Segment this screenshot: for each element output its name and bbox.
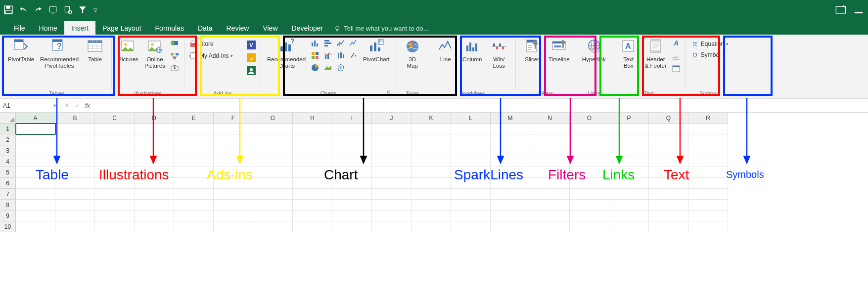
cell[interactable]	[451, 211, 491, 221]
cell[interactable]	[55, 211, 95, 221]
cell[interactable]	[372, 167, 411, 178]
tab-review[interactable]: Review	[220, 21, 256, 35]
cell[interactable]	[16, 200, 55, 211]
store-button[interactable]: Store	[188, 40, 215, 48]
cell[interactable]	[174, 189, 214, 200]
cell[interactable]	[293, 211, 332, 221]
line-chart-icon[interactable]	[348, 38, 359, 48]
tab-formulas[interactable]: Formulas	[148, 21, 191, 35]
cell[interactable]	[135, 200, 174, 211]
cell[interactable]	[253, 124, 293, 134]
cell[interactable]	[411, 211, 451, 221]
cell[interactable]	[135, 211, 174, 221]
tab-file[interactable]: File	[7, 21, 32, 35]
cell[interactable]	[372, 156, 411, 167]
formula-input[interactable]	[95, 99, 868, 112]
cell[interactable]	[372, 211, 411, 221]
cell[interactable]	[688, 221, 728, 232]
save-icon[interactable]	[4, 5, 13, 14]
col-header[interactable]: R	[688, 113, 728, 124]
header-footer-button[interactable]: Header & Footer	[643, 38, 669, 70]
cell[interactable]	[609, 200, 649, 211]
cell[interactable]	[55, 156, 95, 167]
cell[interactable]	[688, 189, 728, 200]
shapes-icon[interactable]	[169, 38, 180, 48]
visio-addin-icon[interactable]: V	[246, 40, 257, 50]
cell[interactable]	[174, 211, 214, 221]
recommended-charts-button[interactable]: ? Recommended Charts	[265, 38, 308, 70]
col-header[interactable]: J	[372, 113, 411, 124]
cell[interactable]	[95, 211, 135, 221]
smartart-icon[interactable]	[169, 50, 180, 61]
row-header[interactable]: 8	[0, 200, 16, 211]
cell[interactable]	[530, 124, 570, 134]
cell[interactable]	[16, 211, 55, 221]
statistic-chart-icon[interactable]	[335, 50, 346, 61]
cell[interactable]	[293, 156, 332, 167]
timeline-button[interactable]: Timeline	[547, 38, 572, 64]
row-header[interactable]: 7	[0, 189, 16, 200]
cell[interactable]	[253, 156, 293, 167]
cell[interactable]	[55, 134, 95, 145]
cell[interactable]	[411, 167, 451, 178]
sparkline-column-button[interactable]: Column	[460, 38, 485, 64]
bar-chart-icon[interactable]	[322, 38, 333, 48]
cell[interactable]	[649, 156, 688, 167]
cell[interactable]	[649, 200, 688, 211]
cell[interactable]	[570, 200, 609, 211]
row-header[interactable]: 2	[0, 134, 16, 145]
cell[interactable]	[451, 134, 491, 145]
cell[interactable]	[174, 156, 214, 167]
cell[interactable]	[570, 189, 609, 200]
cell[interactable]	[55, 221, 95, 232]
cell[interactable]	[253, 145, 293, 156]
row-header[interactable]: 4	[0, 156, 16, 167]
stock-chart-icon[interactable]	[335, 38, 346, 48]
cell[interactable]	[688, 156, 728, 167]
cell[interactable]	[214, 211, 253, 221]
cell[interactable]	[55, 189, 95, 200]
cell[interactable]	[95, 189, 135, 200]
cell[interactable]	[372, 124, 411, 134]
cell[interactable]	[55, 145, 95, 156]
col-header[interactable]: D	[135, 113, 174, 124]
col-header[interactable]: C	[95, 113, 135, 124]
cell[interactable]	[530, 211, 570, 221]
cell[interactable]	[214, 145, 253, 156]
cell[interactable]	[332, 200, 372, 211]
cell[interactable]	[451, 145, 491, 156]
cell[interactable]	[16, 189, 55, 200]
cell[interactable]	[214, 156, 253, 167]
combo-chart-icon[interactable]	[322, 50, 333, 61]
cell[interactable]	[411, 178, 451, 189]
cell[interactable]	[688, 167, 728, 178]
pictures-button[interactable]: Pictures	[116, 38, 140, 64]
col-header[interactable]: N	[530, 113, 570, 124]
pivotchart-button[interactable]: PivotChart	[361, 38, 392, 64]
cell[interactable]	[609, 221, 649, 232]
cell[interactable]	[293, 221, 332, 232]
fx-icon[interactable]: fx	[85, 102, 90, 109]
minimize-icon[interactable]	[853, 4, 864, 15]
surface-chart-icon[interactable]	[322, 62, 333, 73]
cell[interactable]	[649, 145, 688, 156]
cell[interactable]	[491, 221, 530, 232]
cell[interactable]	[451, 189, 491, 200]
col-header[interactable]: B	[55, 113, 95, 124]
symbol-button[interactable]: Ω Symbol	[690, 50, 722, 59]
select-all-corner[interactable]	[0, 113, 16, 124]
cell[interactable]	[372, 189, 411, 200]
cell[interactable]	[332, 221, 372, 232]
touch-mode-icon[interactable]	[48, 5, 57, 14]
cell[interactable]	[688, 178, 728, 189]
cell[interactable]	[451, 156, 491, 167]
cell[interactable]	[332, 156, 372, 167]
tab-data[interactable]: Data	[191, 21, 220, 35]
object-icon[interactable]	[671, 63, 682, 74]
cell[interactable]	[411, 221, 451, 232]
tab-insert[interactable]: Insert	[64, 21, 95, 35]
cell[interactable]	[55, 124, 95, 134]
cell[interactable]	[55, 200, 95, 211]
cell[interactable]	[135, 221, 174, 232]
cell[interactable]	[609, 156, 649, 167]
